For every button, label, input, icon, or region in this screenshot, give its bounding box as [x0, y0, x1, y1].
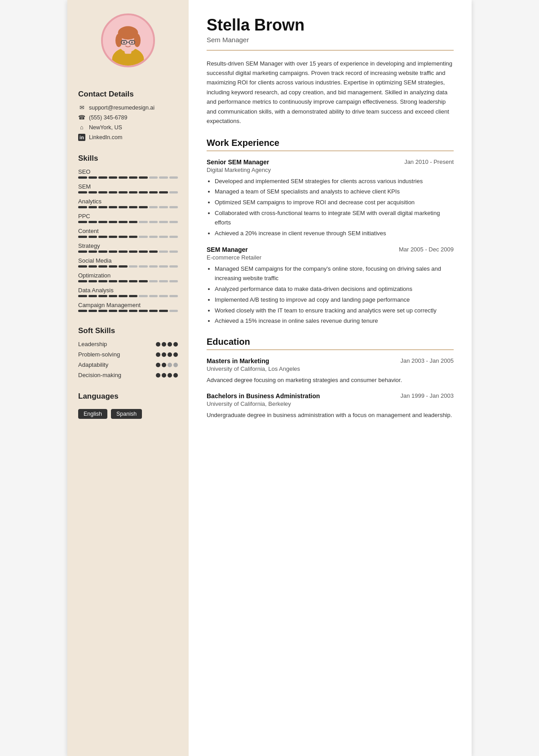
- svg-point-10: [123, 41, 125, 43]
- edu-entry: Bachelors in Business AdministrationJan …: [207, 392, 454, 420]
- education-list: Masters in MarketingJan 2003 - Jan 2005U…: [207, 357, 454, 420]
- education-section: Education Masters in MarketingJan 2003 -…: [207, 337, 454, 420]
- skill-name: Strategy: [78, 242, 178, 249]
- job-entry: SEM ManagerMar 2005 - Dec 2009E-commerce…: [207, 246, 454, 326]
- edu-description: Undergraduate degree in business adminis…: [207, 411, 454, 420]
- job-header: Senior SEM ManagerJan 2010 - Present: [207, 158, 454, 166]
- skill-bar: [78, 221, 178, 223]
- skill-item: Strategy: [78, 242, 178, 253]
- skill-item: PPC: [78, 213, 178, 223]
- svg-point-5: [115, 34, 122, 47]
- edu-date: Jan 2003 - Jan 2005: [400, 357, 454, 364]
- skill-item: Analytics: [78, 198, 178, 208]
- skill-item: Campaign Management: [78, 302, 178, 312]
- summary: Results-driven SEM Manager with over 15 …: [207, 59, 454, 126]
- soft-skill-name: Problem-solving: [78, 351, 120, 358]
- job-bullet: Achieved a 20% increase in client revenu…: [215, 229, 454, 238]
- edu-degree: Masters in Marketing: [207, 357, 269, 365]
- edu-school: University of California, Berkeley: [207, 400, 454, 407]
- contact-linkedin: in LinkedIn.com: [78, 134, 178, 141]
- svg-point-11: [131, 41, 133, 43]
- skill-item: Social Media: [78, 257, 178, 268]
- edu-school: University of California, Los Angeles: [207, 365, 454, 372]
- skill-name: Social Media: [78, 257, 178, 264]
- job-company: Digital Marketing Agency: [207, 167, 454, 173]
- skill-name: Analytics: [78, 198, 178, 205]
- avatar: [101, 13, 155, 67]
- job-bullets: Managed SEM campaigns for the company's …: [207, 264, 454, 326]
- edu-degree: Bachelors in Business Administration: [207, 392, 320, 400]
- job-bullets: Developed and implemented SEM strategies…: [207, 177, 454, 238]
- name-divider: [207, 50, 454, 51]
- contact-section-title: Contact Details: [78, 90, 178, 99]
- soft-skill-name: Leadership: [78, 341, 107, 347]
- linkedin-icon: in: [78, 134, 85, 141]
- skill-item: Optimization: [78, 272, 178, 282]
- skill-bar: [78, 206, 178, 208]
- job-title: Senior SEM Manager: [207, 158, 269, 166]
- job-bullet: Managed SEM campaigns for the company's …: [215, 264, 454, 283]
- skill-bar: [78, 251, 178, 253]
- job-date: Mar 2005 - Dec 2009: [399, 246, 454, 253]
- candidate-name: Stella Brown: [207, 16, 454, 34]
- contact-location: ⌂ NewYork, US: [78, 124, 178, 131]
- resume-container: Contact Details ✉ support@resumedesign.a…: [67, 0, 472, 756]
- language-tags: EnglishSpanish: [78, 409, 178, 419]
- skill-item: Content: [78, 228, 178, 238]
- job-bullet: Worked closely with the IT team to ensur…: [215, 306, 454, 316]
- work-experience-section: Work Experience Senior SEM ManagerJan 20…: [207, 138, 454, 326]
- soft-skill-dots: [156, 352, 178, 357]
- job-title: SEM Manager: [207, 246, 248, 253]
- phone-icon: ☎: [78, 114, 85, 121]
- language-tag: English: [78, 409, 107, 419]
- location-icon: ⌂: [78, 124, 85, 131]
- soft-skill-item: Problem-solving: [78, 351, 178, 358]
- skills-section-title: Skills: [78, 154, 178, 163]
- skill-bar: [78, 295, 178, 297]
- skills-list: SEOSEMAnalyticsPPCContentStrategySocial …: [78, 168, 178, 316]
- email-icon: ✉: [78, 104, 85, 111]
- job-bullet: Managed a team of SEM specialists and an…: [215, 187, 454, 197]
- edu-entry: Masters in MarketingJan 2003 - Jan 2005U…: [207, 357, 454, 385]
- job-company: E-commerce Retailer: [207, 254, 454, 261]
- skill-bar: [78, 280, 178, 282]
- job-entry: Senior SEM ManagerJan 2010 - PresentDigi…: [207, 158, 454, 238]
- skill-item: SEM: [78, 183, 178, 193]
- soft-skill-dots: [156, 373, 178, 378]
- edu-date: Jan 1999 - Jan 2003: [400, 392, 454, 399]
- soft-skill-item: Decision-making: [78, 372, 178, 378]
- skill-name: Data Analysis: [78, 287, 178, 294]
- skill-name: Content: [78, 228, 178, 234]
- skill-item: Data Analysis: [78, 287, 178, 297]
- job-bullet: Collaborated with cross-functional teams…: [215, 209, 454, 228]
- avatar-wrapper: [78, 13, 178, 67]
- edu-description: Advanced degree focusing on marketing st…: [207, 376, 454, 385]
- job-bullet: Implemented A/B testing to improve ad co…: [215, 295, 454, 305]
- skill-item: SEO: [78, 168, 178, 179]
- soft-skills-list: LeadershipProblem-solvingAdaptabilityDec…: [78, 341, 178, 382]
- skill-bar: [78, 236, 178, 238]
- job-bullet: Achieved a 15% increase in online sales …: [215, 316, 454, 326]
- skill-bar: [78, 265, 178, 268]
- skill-bar: [78, 191, 178, 193]
- skill-name: Optimization: [78, 272, 178, 279]
- soft-skill-dots: [156, 342, 178, 347]
- soft-skill-item: Adaptability: [78, 361, 178, 368]
- skill-name: SEO: [78, 168, 178, 175]
- soft-skills-section-title: Soft Skills: [78, 326, 178, 335]
- soft-skill-dots: [156, 363, 178, 367]
- soft-skill-item: Leadership: [78, 341, 178, 347]
- skill-name: SEM: [78, 183, 178, 190]
- skill-bar: [78, 176, 178, 179]
- job-bullet: Developed and implemented SEM strategies…: [215, 177, 454, 186]
- job-bullet: Optimized SEM campaigns to improve ROI a…: [215, 198, 454, 207]
- soft-skill-name: Adaptability: [78, 361, 108, 368]
- contact-phone: ☎ (555) 345-6789: [78, 114, 178, 121]
- language-tag: Spanish: [111, 409, 142, 419]
- jobs-list: Senior SEM ManagerJan 2010 - PresentDigi…: [207, 158, 454, 326]
- candidate-job-title: Sem Manager: [207, 36, 454, 44]
- education-title: Education: [207, 337, 454, 350]
- contact-email: ✉ support@resumedesign.ai: [78, 104, 178, 111]
- work-experience-title: Work Experience: [207, 138, 454, 151]
- skill-name: PPC: [78, 213, 178, 220]
